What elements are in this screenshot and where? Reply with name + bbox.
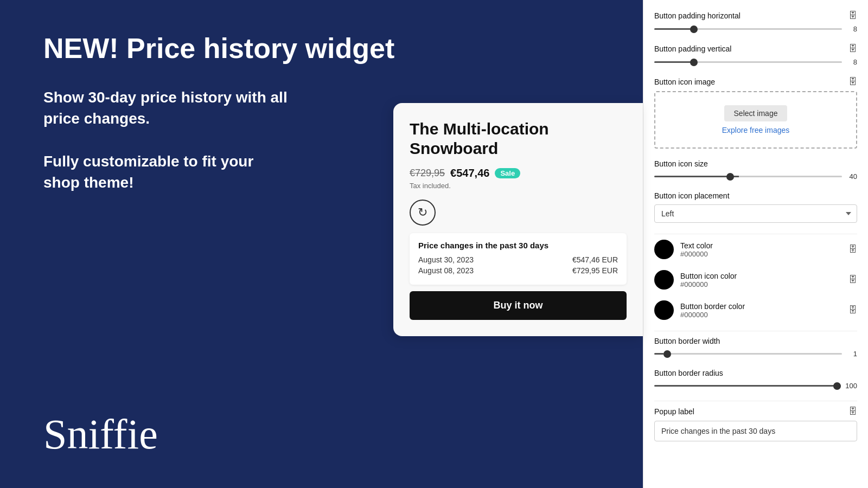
setting-button-padding-horizontal: Button padding horizontal 🗄 8 — [654, 11, 857, 33]
label-button-padding-vertical: Button padding vertical — [654, 44, 731, 53]
setting-button-icon-color: Button icon color #000000 🗄 — [654, 270, 857, 290]
select-button-icon-placement[interactable]: Left Right Top Bottom — [654, 204, 857, 223]
icon-button-padding-horizontal: 🗄 — [848, 11, 857, 21]
slider-button-border-radius[interactable] — [654, 385, 841, 387]
setting-popup-label: Popup label 🗄 — [654, 407, 857, 441]
value-button-padding-vertical: 8 — [846, 58, 857, 66]
buy-button[interactable]: Buy it now — [410, 291, 627, 320]
setting-button-border-color: Button border color #000000 🗄 — [654, 300, 857, 320]
price-value-2: €729,95 EUR — [572, 266, 618, 275]
sniffie-logo: Sniffie — [43, 413, 158, 455]
sale-price: €547,46 — [450, 167, 489, 179]
label-button-border-color: Button border color — [680, 302, 842, 311]
divider-2 — [654, 331, 857, 331]
setting-button-padding-vertical: Button padding vertical 🗄 8 — [654, 44, 857, 66]
price-history-box: Price changes in the past 30 days August… — [410, 233, 627, 285]
label-button-icon-placement: Button icon placement — [654, 191, 730, 200]
setting-text-color: Text color #000000 🗄 — [654, 240, 857, 259]
price-entry-1: August 30, 2023 €547,46 EUR — [418, 255, 618, 264]
value-button-padding-horizontal: 8 — [846, 25, 857, 33]
refresh-icon[interactable]: ↻ — [410, 200, 436, 226]
label-button-padding-horizontal: Button padding horizontal — [654, 11, 741, 20]
sale-badge: Sale — [495, 168, 520, 178]
divider-3 — [654, 401, 857, 401]
price-history-title: Price changes in the past 30 days — [418, 241, 618, 250]
slider-button-padding-vertical[interactable] — [654, 61, 842, 63]
price-entry-2: August 08, 2023 €729,95 EUR — [418, 266, 618, 275]
right-panel: Button padding horizontal 🗄 8 Button pad… — [643, 0, 868, 488]
subtitle-1: Show 30-day price history with all price… — [43, 87, 293, 129]
text-color-swatch[interactable] — [654, 240, 674, 259]
setting-button-icon-image: Button icon image 🗄 Select image Explore… — [654, 77, 857, 149]
image-upload-area: Select image Explore free images — [654, 91, 857, 149]
logo-area: Sniffie — [43, 408, 158, 455]
icon-text-color: 🗄 — [848, 245, 857, 254]
hex-button-icon-color: #000000 — [680, 280, 842, 288]
price-date-1: August 30, 2023 — [418, 255, 474, 264]
icon-popup-label: 🗄 — [848, 407, 857, 416]
price-value-1: €547,46 EUR — [572, 255, 618, 264]
input-popup-label[interactable] — [654, 421, 857, 441]
label-button-icon-size: Button icon size — [654, 159, 708, 168]
label-button-icon-color: Button icon color — [680, 272, 842, 280]
original-price: €729,95 — [410, 168, 445, 179]
product-title: The Multi-location Snowboard — [410, 119, 627, 158]
setting-button-border-radius: Button border radius 100 — [654, 369, 857, 390]
value-button-border-width: 1 — [846, 350, 857, 358]
label-popup-label: Popup label — [654, 407, 694, 416]
icon-button-border-color: 🗄 — [848, 305, 857, 315]
label-button-border-radius: Button border radius — [654, 369, 723, 377]
slider-button-border-width[interactable] — [654, 353, 842, 355]
select-image-button[interactable]: Select image — [724, 105, 788, 121]
label-button-border-width: Button border width — [654, 337, 720, 345]
slider-button-icon-size[interactable] — [654, 176, 842, 177]
label-button-icon-image: Button icon image — [654, 78, 715, 86]
icon-button-icon-image: 🗄 — [848, 77, 857, 87]
button-icon-color-swatch[interactable] — [654, 270, 674, 290]
slider-button-padding-horizontal[interactable] — [654, 28, 842, 30]
page-title: NEW! Price history widget — [43, 33, 599, 65]
explore-free-images-link[interactable]: Explore free images — [664, 126, 847, 134]
divider-1 — [654, 234, 857, 234]
price-date-2: August 08, 2023 — [418, 266, 474, 275]
setting-button-border-width: Button border width 1 — [654, 337, 857, 358]
icon-button-padding-vertical: 🗄 — [848, 44, 857, 54]
product-card: The Multi-location Snowboard €729,95 €54… — [393, 103, 643, 336]
price-row: €729,95 €547,46 Sale — [410, 167, 627, 179]
setting-button-icon-size: Button icon size 40 — [654, 159, 857, 181]
subtitle-2: Fully customizable to fit your shop them… — [43, 151, 293, 193]
setting-button-icon-placement: Button icon placement Left Right Top Bot… — [654, 191, 857, 223]
value-button-icon-size: 40 — [846, 172, 857, 181]
icon-button-icon-color: 🗄 — [848, 275, 857, 285]
button-border-color-swatch[interactable] — [654, 300, 674, 320]
hex-text-color: #000000 — [680, 250, 842, 258]
hex-button-border-color: #000000 — [680, 311, 842, 319]
tax-text: Tax included. — [410, 182, 627, 190]
label-text-color: Text color — [680, 241, 842, 250]
value-button-border-radius: 100 — [845, 382, 857, 390]
left-panel: NEW! Price history widget Show 30-day pr… — [0, 0, 643, 488]
